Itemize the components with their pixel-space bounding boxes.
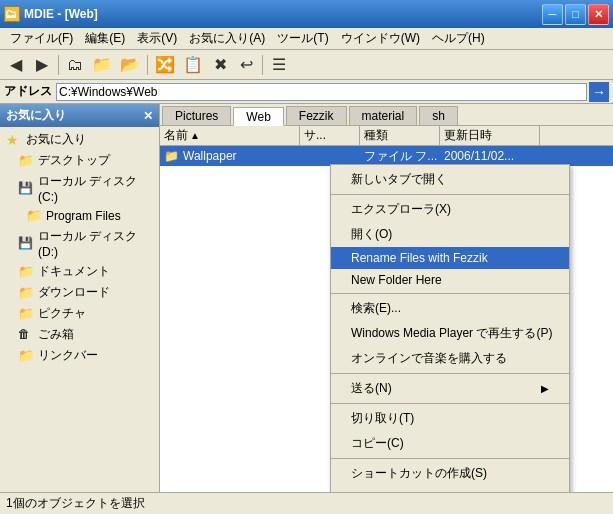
sidebar-item-trash[interactable]: 🗑 ごみ箱 xyxy=(2,324,157,345)
menu-favorites[interactable]: お気に入り(A) xyxy=(183,28,271,49)
sidebar-item-links[interactable]: 📁 リンクバー xyxy=(2,345,157,366)
sidebar-item-label: ドキュメント xyxy=(38,263,110,280)
menu-help[interactable]: ヘルプ(H) xyxy=(426,28,491,49)
ctx-send-to[interactable]: 送る(N) xyxy=(331,376,569,401)
ctx-rename-fezzik[interactable]: Rename Files with Fezzik xyxy=(331,247,569,269)
app-icon: 🗂 xyxy=(4,6,20,22)
star-icon: ★ xyxy=(6,132,22,148)
copy-to-button[interactable]: 📋 xyxy=(180,53,206,77)
file-list-header: 名前 ▲ サ... 種類 更新日時 xyxy=(160,126,613,146)
file-row-wallpaper[interactable]: 📁 Wallpaper ファイル フ... 2006/11/02... xyxy=(160,146,613,166)
forward-button[interactable]: ▶ xyxy=(30,53,54,77)
file-name-wallpaper: 📁 Wallpaper xyxy=(160,146,300,166)
sidebar-item-local-d[interactable]: 💾 ローカル ディスク (D:) xyxy=(2,226,157,261)
ctx-new-folder[interactable]: New Folder Here xyxy=(331,269,569,291)
ctx-separator-4 xyxy=(331,403,569,404)
ctx-media-player[interactable]: Windows Media Player で再生する(P) xyxy=(331,321,569,346)
window-title: MDIE - [Web] xyxy=(24,7,542,21)
ctx-open-new-tab[interactable]: 新しいタブで開く xyxy=(331,167,569,192)
address-label: アドレス xyxy=(4,83,56,100)
column-header-type[interactable]: 種類 xyxy=(360,126,440,145)
ctx-search[interactable]: 検索(E)... xyxy=(331,296,569,321)
close-button[interactable]: ✕ xyxy=(588,4,609,25)
ctx-cut[interactable]: 切り取り(T) xyxy=(331,406,569,431)
sidebar-item-local-c[interactable]: 💾 ローカル ディスク (C:) xyxy=(2,171,157,206)
back-button[interactable]: ◀ xyxy=(4,53,28,77)
tab-web[interactable]: Web xyxy=(233,107,283,126)
undo-button[interactable]: ↩ xyxy=(234,53,258,77)
column-header-date[interactable]: 更新日時 xyxy=(440,126,540,145)
ctx-separator-3 xyxy=(331,373,569,374)
file-date-wallpaper: 2006/11/02... xyxy=(440,146,540,166)
sidebar-item-label: ローカル ディスク (C:) xyxy=(38,173,153,204)
tab-fezzik[interactable]: Fezzik xyxy=(286,106,347,125)
menu-edit[interactable]: 編集(E) xyxy=(79,28,131,49)
drive-icon: 💾 xyxy=(18,181,34,197)
sidebar-close-button[interactable]: ✕ xyxy=(143,109,153,123)
view-button[interactable]: ☰ xyxy=(267,53,291,77)
sidebar-item-favorites[interactable]: ★ お気に入り xyxy=(2,129,157,150)
status-text: 1個のオブジェクトを選択 xyxy=(6,495,145,512)
maximize-button[interactable]: □ xyxy=(565,4,586,25)
menu-file[interactable]: ファイル(F) xyxy=(4,28,79,49)
toolbar-separator-2 xyxy=(147,55,148,75)
drive-icon: 💾 xyxy=(18,236,34,252)
address-input[interactable] xyxy=(56,83,587,101)
statusbar: 1個のオブジェクトを選択 xyxy=(0,492,613,514)
ctx-copy[interactable]: コピー(C) xyxy=(331,431,569,456)
menu-window[interactable]: ウインドウ(W) xyxy=(335,28,426,49)
column-header-name[interactable]: 名前 ▲ xyxy=(160,126,300,145)
tab-material[interactable]: material xyxy=(349,106,418,125)
ctx-separator-1 xyxy=(331,194,569,195)
folder-icon: 📁 xyxy=(18,264,34,280)
toolbar-separator-1 xyxy=(58,55,59,75)
delete-button[interactable]: ✖ xyxy=(208,53,232,77)
sidebar-content: ★ お気に入り 📁 デスクトップ 💾 ローカル ディスク (C:) 📁 Prog… xyxy=(0,127,159,492)
menu-view[interactable]: 表示(V) xyxy=(131,28,183,49)
file-size-wallpaper xyxy=(300,146,360,166)
sidebar-item-label: Program Files xyxy=(46,209,121,223)
sidebar: お気に入り ✕ ★ お気に入り 📁 デスクトップ 💾 ローカル ディスク (C:… xyxy=(0,104,160,492)
move-to-button[interactable]: 🔀 xyxy=(152,53,178,77)
sidebar-item-label: ローカル ディスク (D:) xyxy=(38,228,153,259)
content-area: Pictures Web Fezzik material sh 名前 ▲ サ..… xyxy=(160,104,613,492)
titlebar: 🗂 MDIE - [Web] ─ □ ✕ xyxy=(0,0,613,28)
sidebar-item-label: ごみ箱 xyxy=(38,326,74,343)
sidebar-item-label: お気に入り xyxy=(26,131,86,148)
menubar: ファイル(F) 編集(E) 表示(V) お気に入り(A) ツール(T) ウインド… xyxy=(0,28,613,50)
column-header-size[interactable]: サ... xyxy=(300,126,360,145)
ctx-explorer[interactable]: エクスプローラ(X) xyxy=(331,197,569,222)
titlebar-buttons: ─ □ ✕ xyxy=(542,4,609,25)
ctx-delete[interactable]: 削除(D) xyxy=(331,486,569,492)
tab-sh[interactable]: sh xyxy=(419,106,458,125)
address-go-button[interactable]: → xyxy=(589,82,609,102)
minimize-button[interactable]: ─ xyxy=(542,4,563,25)
folder-icon: 📁 xyxy=(26,208,42,224)
sidebar-item-label: リンクバー xyxy=(38,347,98,364)
context-menu: 新しいタブで開く エクスプローラ(X) 開く(O) Rename Files w… xyxy=(330,164,570,492)
folder-button[interactable]: 📂 xyxy=(117,53,143,77)
toolbar: ◀ ▶ 🗂 📁 📂 🔀 📋 ✖ ↩ ☰ xyxy=(0,50,613,80)
sidebar-title: お気に入り xyxy=(6,107,66,124)
sidebar-item-documents[interactable]: 📁 ドキュメント xyxy=(2,261,157,282)
ctx-create-shortcut[interactable]: ショートカットの作成(S) xyxy=(331,461,569,486)
folder-icon: 📁 xyxy=(18,306,34,322)
main-area: お気に入り ✕ ★ お気に入り 📁 デスクトップ 💾 ローカル ディスク (C:… xyxy=(0,104,613,492)
tab-pictures[interactable]: Pictures xyxy=(162,106,231,125)
ctx-separator-2 xyxy=(331,293,569,294)
file-type-wallpaper: ファイル フ... xyxy=(360,146,440,166)
sidebar-item-pictures[interactable]: 📁 ピクチャ xyxy=(2,303,157,324)
addressbar: アドレス → xyxy=(0,80,613,104)
sidebar-item-programs[interactable]: 📁 Program Files xyxy=(2,206,157,226)
sidebar-item-desktop[interactable]: 📁 デスクトップ xyxy=(2,150,157,171)
folder-icon: 📁 xyxy=(164,149,179,163)
ctx-buy-music[interactable]: オンラインで音楽を購入する xyxy=(331,346,569,371)
search-button[interactable]: 📁 xyxy=(89,53,115,77)
trash-icon: 🗑 xyxy=(18,327,34,343)
sidebar-item-label: デスクトップ xyxy=(38,152,110,169)
up-button[interactable]: 🗂 xyxy=(63,53,87,77)
tabs-bar: Pictures Web Fezzik material sh xyxy=(160,104,613,126)
sidebar-item-downloads[interactable]: 📁 ダウンロード xyxy=(2,282,157,303)
menu-tools[interactable]: ツール(T) xyxy=(271,28,334,49)
ctx-open[interactable]: 開く(O) xyxy=(331,222,569,247)
